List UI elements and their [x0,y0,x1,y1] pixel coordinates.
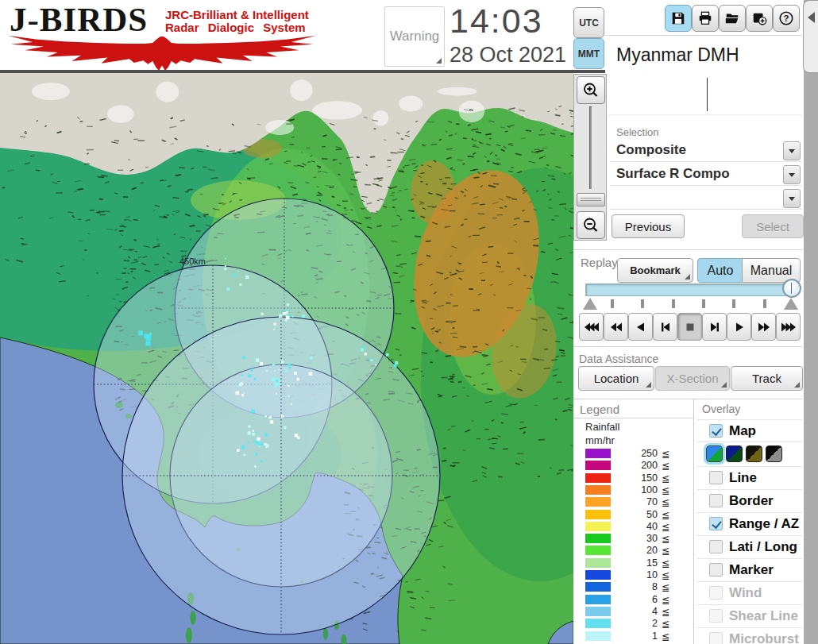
legend-swatch [585,534,611,543]
slider-tick [611,299,614,308]
warning-label: Warning [390,29,440,44]
overlay-item-shear-line[interactable]: Shear Line [696,604,802,628]
legend-swatch [585,522,611,531]
wind-checkbox[interactable] [709,586,723,600]
replay-slider-handle[interactable] [782,279,801,298]
dropdown-product-option[interactable] [610,187,802,210]
legend-lte-symbol: ≦ [662,557,669,569]
legend-value: 150 [613,472,658,484]
playback-fast-forward-button[interactable] [751,313,776,341]
zoom-out-button[interactable] [577,211,605,239]
map-style-selector [696,442,802,467]
select-label: Select [756,220,789,233]
border-checkbox[interactable] [709,494,723,507]
help-button[interactable]: ? [773,5,800,32]
playback-stop-button[interactable] [677,313,702,341]
zoom-in-button[interactable] [577,76,605,104]
playback-jump-to-end-button[interactable] [776,313,801,341]
legend-value: 15 [613,557,658,569]
overlay-item-range-az[interactable]: Range / AZ [696,512,802,536]
legend-swatch [585,631,611,641]
overlay-item-marker[interactable]: Marker [696,558,802,582]
save-icon [670,10,686,26]
toolbar-divider [605,35,802,36]
playback-step-forward-button[interactable] [702,313,727,341]
step-right-icon [707,322,723,333]
map-checkbox[interactable] [709,424,723,438]
zoom-out-icon [582,217,600,234]
utc-timezone-button[interactable]: UTC [573,7,604,38]
overlay-item-label: Line [729,470,757,486]
playback-play-backward-button[interactable] [628,313,653,341]
warning-button[interactable]: Warning [384,6,445,67]
overlay-item-map[interactable]: Map [696,419,802,443]
overlay-item-microburst[interactable]: Microburst [696,627,802,644]
legend-value: 70 [613,496,658,507]
chevron-down-icon[interactable] [783,141,801,160]
lati-long-checkbox[interactable] [709,540,723,553]
chevron-down-icon[interactable] [783,165,801,184]
export-image-button[interactable] [746,5,773,32]
microburst-checkbox[interactable] [709,632,723,644]
map-viewport[interactable]: 450km [0,73,573,644]
legend-lte-symbol: ≦ [662,496,669,508]
shear-line-checkbox[interactable] [709,609,723,623]
overlay-item-wind[interactable]: Wind [696,581,802,605]
bookmark-button[interactable]: Bookmark [617,258,693,283]
jbirds-application-window: J-BIRDS JRC-Brilliant & Intelligent Rada… [0,0,818,644]
save-button[interactable] [665,5,692,32]
legend-title-1: Rainfall [585,421,619,433]
selection-label: Selection [616,126,658,138]
replay-slider-track[interactable] [585,283,797,296]
legend-value: 50 [613,509,658,520]
map-style-navy-darkgreen[interactable] [726,445,743,462]
map-style-black-olive[interactable] [746,445,762,462]
panel-scroll-strip[interactable] [804,0,818,644]
legend-value: 40 [613,521,658,532]
x-section-button[interactable]: X-Section [655,366,730,391]
print-icon [697,10,713,26]
print-button[interactable] [692,5,719,32]
marker-checkbox[interactable] [709,563,723,577]
help-icon: ? [778,10,794,26]
playback-step-backward-button[interactable] [653,313,677,341]
legend-swatch [585,473,611,483]
app-logo-tagline-2: Radar Dialogic System [165,21,306,34]
legend-lte-symbol: ≦ [662,594,669,606]
legend-lte-symbol: ≦ [662,606,669,618]
range-az-checkbox[interactable] [709,517,723,530]
map-style-black-gray[interactable] [766,445,782,462]
previous-button[interactable]: Previous [612,214,685,238]
select-button[interactable]: Select [742,214,804,238]
legend-value: 6 [613,594,658,605]
slider-tick [702,299,705,308]
eagle-logo-icon [6,33,318,71]
playback-jump-to-start-button[interactable] [579,313,604,341]
zoom-slider-track[interactable] [589,106,592,189]
map-style-blue-green[interactable] [706,445,723,462]
zoom-slider-handle[interactable] [577,193,605,206]
dropdown-product-category[interactable]: Composite [610,140,802,162]
line-checkbox[interactable] [709,471,723,484]
right-icon [731,322,747,333]
overlay-item-line[interactable]: Line [696,466,802,490]
open-file-button[interactable] [719,5,746,32]
replay-auto-button[interactable]: Auto [697,258,743,283]
overlay-item-lati-long[interactable]: Lati / Long [696,535,802,559]
dropdown-value: Surface R Compo [616,166,730,182]
legend-value: 1 [613,631,658,642]
mmt-timezone-button[interactable]: MMT [573,38,604,69]
playback-play-forward-button[interactable] [727,313,751,341]
dropdown-product-type[interactable]: Surface R Compo [610,164,802,186]
playback-fast-rewind-button[interactable] [604,313,628,341]
overlay-item-border[interactable]: Border [696,489,802,513]
track-button[interactable]: Track [731,366,803,391]
chevron-down-icon[interactable] [783,189,801,208]
location-button[interactable]: Location [578,366,654,391]
slider-right-marker[interactable] [784,298,798,310]
legend-swatch [585,582,611,592]
slider-left-marker[interactable] [583,298,597,310]
panel-collapse-tab[interactable] [803,0,818,73]
zoom-in-icon [582,82,600,99]
overlay-item-label: Shear Line [729,608,798,624]
